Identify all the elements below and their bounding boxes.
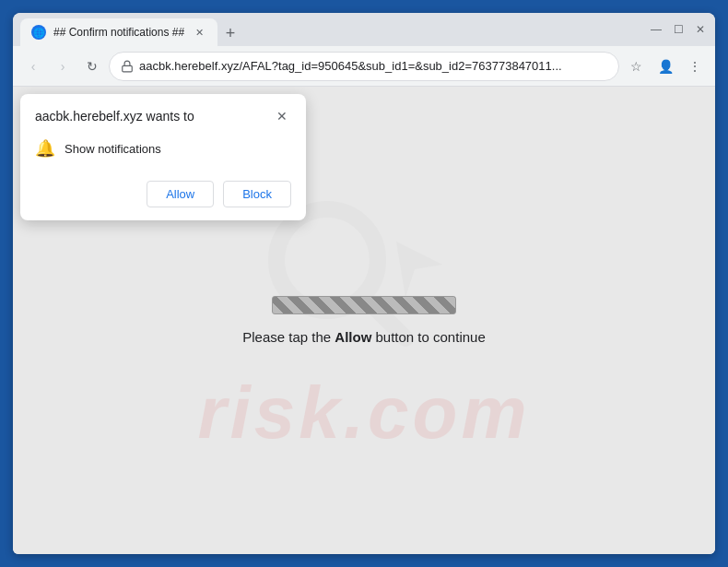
- dialog-close-button[interactable]: ✕: [273, 107, 291, 125]
- tab-favicon: 🌐: [31, 25, 46, 40]
- tab-close-button[interactable]: ✕: [192, 25, 206, 40]
- bookmark-button[interactable]: ☆: [623, 53, 649, 79]
- menu-button[interactable]: ⋮: [682, 53, 708, 79]
- profile-button[interactable]: 👤: [652, 53, 678, 79]
- dialog-title: aacbk.herebelf.xyz wants to: [35, 109, 194, 124]
- toolbar: ‹ › ↻ aacbk.herebelf.xyz/AFAL?tag_id=950…: [13, 46, 715, 87]
- tab-title: ## Confirm notifications ##: [53, 26, 184, 39]
- new-tab-button[interactable]: +: [217, 20, 243, 46]
- tap-text-before: Please tap the: [242, 329, 335, 345]
- lock-icon: [121, 60, 134, 73]
- browser-window: 🌐 ## Confirm notifications ## ✕ + — ☐ ✕ …: [13, 13, 715, 554]
- active-tab[interactable]: 🌐 ## Confirm notifications ## ✕: [20, 18, 217, 46]
- window-controls: — ☐ ✕: [649, 22, 708, 37]
- url-text: aacbk.herebelf.xyz/AFAL?tag_id=950645&su…: [139, 59, 607, 73]
- tap-instruction: Please tap the Allow button to continue: [242, 329, 486, 345]
- maximize-button[interactable]: ☐: [671, 22, 686, 37]
- risk-watermark: risk.com: [197, 371, 530, 455]
- dialog-header: aacbk.herebelf.xyz wants to ✕: [20, 94, 306, 135]
- title-bar: 🌐 ## Confirm notifications ## ✕ + — ☐ ✕: [13, 13, 715, 46]
- minimize-button[interactable]: —: [649, 22, 663, 37]
- notification-label: Show notifications: [65, 142, 161, 156]
- dialog-notification-row: 🔔 Show notifications: [20, 135, 306, 173]
- block-button[interactable]: Block: [223, 181, 291, 207]
- svg-rect-0: [123, 65, 133, 71]
- page-content: risk.com aacbk.herebelf.xyz wants to ✕ 🔔…: [13, 87, 715, 554]
- svg-marker-3: [396, 242, 442, 297]
- page-main: Please tap the Allow button to continue: [242, 296, 486, 345]
- address-bar[interactable]: aacbk.herebelf.xyz/AFAL?tag_id=950645&su…: [109, 52, 619, 81]
- notification-dialog: aacbk.herebelf.xyz wants to ✕ 🔔 Show not…: [20, 94, 306, 220]
- tap-text-after: button to continue: [371, 329, 485, 345]
- close-button[interactable]: ✕: [693, 22, 708, 37]
- allow-button[interactable]: Allow: [147, 181, 214, 207]
- back-button[interactable]: ‹: [20, 53, 46, 79]
- tab-area: 🌐 ## Confirm notifications ## ✕ +: [20, 13, 645, 46]
- tap-text-bold: Allow: [335, 329, 371, 345]
- progress-bar: [272, 296, 456, 314]
- forward-button[interactable]: ›: [50, 53, 76, 79]
- bell-icon: 🔔: [35, 138, 55, 159]
- dialog-actions: Allow Block: [20, 173, 306, 220]
- refresh-button[interactable]: ↻: [79, 53, 105, 79]
